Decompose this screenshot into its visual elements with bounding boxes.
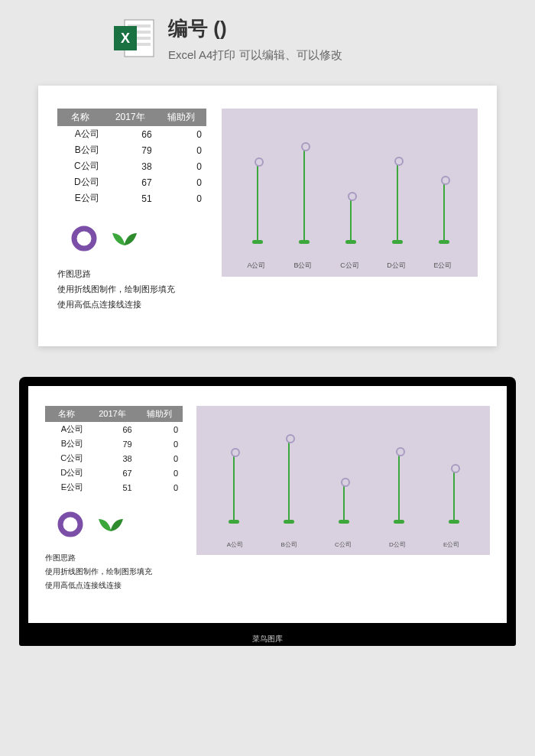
chart-x-label: B公司 <box>262 540 316 549</box>
table-header: 辅助列 <box>157 109 206 126</box>
chart-stem <box>303 146 305 242</box>
table-header: 2017年 <box>88 406 137 422</box>
table-row: B公司790 <box>45 436 183 451</box>
table-cell: 0 <box>157 126 206 142</box>
chart-x-label: E公司 <box>424 540 478 549</box>
laptop-base: 菜鸟图库 <box>19 632 516 646</box>
ring-icon <box>71 226 97 251</box>
notes: 作图思路 使用折线图制作，绘制图形填充 使用高低点连接线连接 <box>45 551 183 592</box>
icons-row <box>71 226 206 251</box>
chart-stem <box>288 438 290 523</box>
chart-stem <box>343 482 345 522</box>
note-line: 作图思路 <box>45 551 183 565</box>
chart-area: A公司B公司C公司D公司E公司 <box>196 406 490 555</box>
note-line: 使用高低点连接线连接 <box>45 579 183 592</box>
chart-stem <box>398 451 400 523</box>
table-cell: D公司 <box>57 174 104 190</box>
data-table: 名称 2017年 辅助列 A公司660B公司790C公司380D公司670E公司… <box>45 406 183 495</box>
chart-x-label: A公司 <box>208 540 262 549</box>
chart-stem <box>257 161 258 242</box>
table-header: 名称 <box>45 406 88 422</box>
table-cell: C公司 <box>45 451 88 466</box>
table-row: E公司510 <box>45 480 183 495</box>
chart-area: A公司B公司C公司D公司E公司 <box>222 109 478 277</box>
notes: 作图思路 使用折线图制作，绘制图形填充 使用高低点连接线连接 <box>57 267 206 312</box>
table-cell: A公司 <box>45 422 88 436</box>
table-cell: 0 <box>157 142 206 158</box>
table-row: A公司660 <box>45 422 183 436</box>
table-row: B公司790 <box>57 142 206 158</box>
table-header: 名称 <box>57 109 104 126</box>
table-cell: 0 <box>157 158 206 174</box>
ring-icon <box>57 511 83 537</box>
table-cell: 0 <box>157 174 206 190</box>
table-row: D公司670 <box>45 466 183 480</box>
chart-x-label: E公司 <box>420 261 466 271</box>
table-cell: 0 <box>137 422 183 436</box>
chart-x-label: C公司 <box>316 540 371 549</box>
table-cell: 67 <box>88 466 137 480</box>
note-line: 使用折线图制作，绘制图形填充 <box>45 565 183 579</box>
table-cell: 38 <box>88 451 137 466</box>
page-subtitle: Excel A4打印 可以编辑、可以修改 <box>168 48 342 63</box>
sprout-icon <box>97 516 125 533</box>
chart-x-label: D公司 <box>373 261 420 271</box>
table-row: E公司510 <box>57 190 206 206</box>
preview-card-1: 名称 2017年 辅助列 A公司660B公司790C公司380D公司670E公司… <box>38 86 497 346</box>
note-line: 使用高低点连接线连接 <box>57 297 206 313</box>
table-row: C公司380 <box>57 158 206 174</box>
table-cell: 66 <box>88 422 137 436</box>
table-cell: E公司 <box>45 480 88 495</box>
table-cell: 0 <box>137 436 183 451</box>
chart-x-labels: A公司B公司C公司D公司E公司 <box>208 540 478 549</box>
svg-text:X: X <box>121 31 130 46</box>
chart-x-label: C公司 <box>326 261 373 271</box>
table-cell: 67 <box>104 174 157 190</box>
svg-point-8 <box>60 514 80 534</box>
table-cell: 79 <box>104 142 157 158</box>
chart-stem <box>397 161 398 242</box>
table-cell: B公司 <box>45 436 88 451</box>
table-cell: 38 <box>104 158 157 174</box>
chart-x-label: B公司 <box>280 261 326 271</box>
chart-x-labels: A公司B公司C公司D公司E公司 <box>233 261 466 271</box>
sprout-icon <box>111 230 138 247</box>
table-body: A公司660B公司790C公司380D公司670E公司510 <box>57 126 206 206</box>
chart-x-label: A公司 <box>233 261 280 271</box>
note-line: 使用折线图制作，绘制图形填充 <box>57 282 206 297</box>
chart-stem <box>350 196 352 242</box>
chart-plot <box>206 415 481 522</box>
table-cell: C公司 <box>57 158 104 174</box>
svg-point-7 <box>74 229 94 248</box>
table-cell: A公司 <box>57 126 104 142</box>
table-row: A公司660 <box>57 126 206 142</box>
icons-row <box>57 511 183 537</box>
table-cell: 0 <box>137 451 183 466</box>
table-header-row: 名称 2017年 辅助列 <box>45 406 183 422</box>
table-cell: B公司 <box>57 142 104 158</box>
table-header-row: 名称 2017年 辅助列 <box>57 109 206 126</box>
chart-stem <box>453 468 455 522</box>
table-body: A公司660B公司790C公司380D公司670E公司510 <box>45 422 183 495</box>
excel-icon: X <box>111 15 157 61</box>
table-cell: D公司 <box>45 466 88 480</box>
table-cell: 0 <box>137 466 183 480</box>
watermark: 菜鸟图库 <box>252 634 283 644</box>
note-line: 作图思路 <box>57 267 206 282</box>
laptop-mockup: 名称 2017年 辅助列 A公司660B公司790C公司380D公司670E公司… <box>19 377 516 646</box>
table-cell: 0 <box>137 480 183 495</box>
table-row: C公司380 <box>45 451 183 466</box>
table-header: 2017年 <box>104 109 157 126</box>
table-cell: 79 <box>88 436 137 451</box>
chart-x-label: D公司 <box>370 540 424 549</box>
chart-plot <box>233 120 466 242</box>
chart-stem <box>443 180 445 242</box>
table-cell: 51 <box>104 190 157 206</box>
table-row: D公司670 <box>57 174 206 190</box>
data-table: 名称 2017年 辅助列 A公司660B公司790C公司380D公司670E公司… <box>57 109 206 206</box>
table-cell: 51 <box>88 480 137 495</box>
table-cell: 66 <box>104 126 157 142</box>
chart-stem <box>233 452 235 522</box>
table-header: 辅助列 <box>137 406 183 422</box>
table-cell: 0 <box>157 190 206 206</box>
